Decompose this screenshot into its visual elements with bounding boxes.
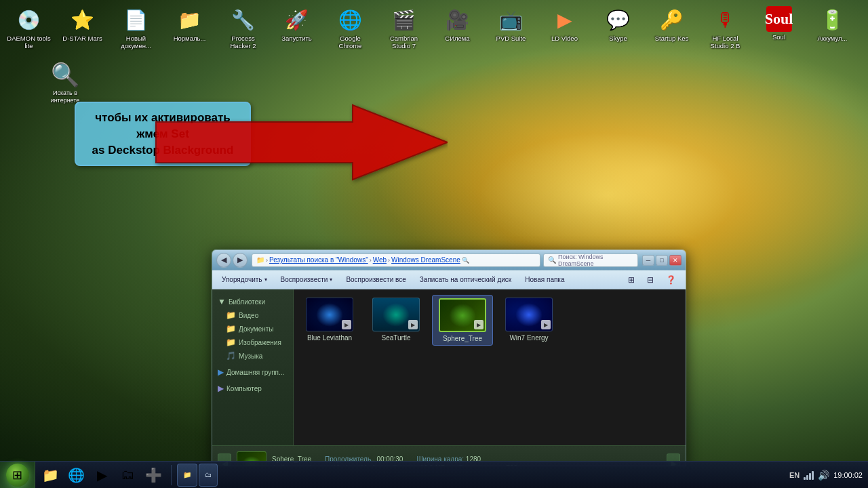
help-button[interactable]: ❓ — [660, 272, 682, 287]
normal-label: Нормаль... — [174, 35, 206, 42]
soul-label: Soul — [772, 33, 785, 41]
hf-label: HF Local Studio 2 B — [703, 35, 748, 50]
file-area: ▶ Blue Leviathan ▶ SeaTurtle ▶ — [294, 289, 686, 445]
nav-item-images[interactable]: 📁 Изображения — [212, 336, 293, 349]
nav-item-libraries[interactable]: ▼ Библиотеки — [212, 295, 293, 308]
address-part-2: Web — [373, 256, 387, 264]
desktop-icon-normal[interactable]: 📁 Нормаль... — [164, 3, 215, 53]
win7-glow — [515, 303, 542, 327]
launch-icon: 🚀 — [283, 6, 311, 33]
forward-button[interactable]: ▶ — [233, 253, 248, 268]
daemon-label: DAEMON tools lite — [6, 35, 52, 50]
window-toolbar: Упорядочить ▾ Воспроизвести ▾ Воспроизве… — [212, 270, 686, 289]
view-mode-button[interactable]: ⊞ — [623, 272, 640, 287]
new-folder-button[interactable]: Новая папка — [519, 272, 570, 287]
taskbar-ie-icon[interactable]: 🌐 — [64, 463, 88, 487]
sea-glow — [382, 303, 410, 327]
startup-label: Startup Kes — [655, 35, 689, 42]
file-item-win7-energy[interactable]: ▶ Win7 Energy — [498, 295, 559, 346]
back-button[interactable]: ◀ — [216, 253, 231, 268]
window-titlebar: ◀ ▶ 📁 › Результаты поиска в "Windows" › … — [212, 250, 686, 270]
file-item-sea-turtle[interactable]: ▶ SeaTurtle — [366, 295, 427, 346]
close-button[interactable]: ✕ — [669, 255, 682, 266]
nav-homegroup-label: Домашняя групп... — [226, 369, 284, 376]
desktop-icon-process-hacker[interactable]: 🔧 Process Hacker 2 — [218, 3, 269, 53]
window-search-box[interactable]: 🔍 Поиск: Windows DreamScene — [543, 253, 638, 267]
preview-pane-button[interactable]: ⊟ — [642, 272, 659, 287]
start-orb: ⊞ — [6, 464, 29, 487]
nav-item-homegroup[interactable]: ▶ Домашняя групп... — [212, 365, 293, 379]
desktop-icon-chrome[interactable]: 🌐 Google Chrome — [325, 3, 376, 53]
organize-button[interactable]: Упорядочить ▾ — [216, 272, 273, 287]
desktop-icon-cilema[interactable]: 🎥 СИлема — [432, 3, 483, 53]
nav-section-homegroup: ▶ Домашняя групп... — [212, 364, 293, 380]
taskbar-systray: EN 🔊 19:00:02 — [784, 470, 868, 481]
taskbar-pinned-icons: 📁 🌐 ▶ 🗂 ➕ — [35, 463, 168, 487]
docs-icon: 📄 — [123, 6, 150, 33]
desktop-icon-battery[interactable]: 🔋 Аккумул... — [807, 3, 858, 53]
nav-images-label: Изображения — [239, 339, 281, 346]
cambria-label: Cambrian Studio 7 — [381, 35, 427, 50]
soul-icon: Soul — [766, 6, 792, 32]
nav-music-label: Музыка — [239, 352, 262, 360]
startup-icon: 🔑 — [658, 6, 686, 33]
desktop-icon-skype[interactable]: 💬 Skype — [593, 3, 644, 53]
taskbar-folder2-icon[interactable]: 🗂 — [115, 463, 140, 487]
address-folder-icon: 📁 — [256, 256, 264, 264]
navigation-panel: ▼ Библиотеки 📁 Видео 📁 Документы 📁 Изобр… — [212, 289, 294, 445]
taskbar-app-explorer[interactable]: 📁 — [177, 464, 197, 487]
hf-icon: 🎙 — [712, 6, 739, 33]
desktop-icon-ldvideo[interactable]: ▶ LD Video — [539, 3, 590, 53]
desktop-icon-launch[interactable]: 🚀 Запустить — [271, 3, 322, 53]
taskbar-explorer-icon[interactable]: 📁 — [38, 463, 62, 487]
desktop-icon-soul[interactable]: Soul Soul — [753, 3, 804, 53]
nav-libraries-label: Библиотеки — [229, 298, 265, 306]
desktop-icon-daemon[interactable]: 💿 DAEMON tools lite — [3, 3, 54, 53]
nav-section-computer: ▶ Компьютер — [212, 380, 293, 396]
taskbar-app-folder[interactable]: 🗂 — [199, 464, 218, 487]
volume-icon[interactable]: 🔊 — [818, 470, 829, 481]
skype-label: Skype — [609, 35, 627, 42]
blue-glow — [316, 303, 343, 327]
desktop-icon-startup[interactable]: 🔑 Startup Kes — [646, 3, 697, 53]
sphere-glow — [449, 304, 476, 327]
search-left-label: Искать в интернете — [41, 89, 90, 104]
file-item-blue-leviathan[interactable]: ▶ Blue Leviathan — [299, 295, 360, 346]
desktop-icon-hf[interactable]: 🎙 HF Local Studio 2 B — [700, 3, 751, 53]
svg-marker-0 — [156, 105, 448, 180]
burn-disc-button[interactable]: Записать на оптический диск — [414, 272, 517, 287]
organize-dropdown-arrow: ▾ — [264, 277, 267, 283]
file-item-sphere-tree[interactable]: ▶ Sphere_Tree — [432, 295, 493, 346]
desktop-icon-pvdsuit[interactable]: 📺 PVD Suite — [486, 3, 536, 53]
desktop-icon-docs[interactable]: 📄 Новый докумен... — [111, 3, 161, 53]
taskbar-clock[interactable]: 19:00:02 — [833, 471, 863, 479]
annotation-container: чтобы их активировать жмем Set as Deckst… — [68, 88, 448, 197]
start-button[interactable]: ⊞ — [0, 462, 35, 489]
nav-item-music[interactable]: 🎵 Музыка — [212, 349, 293, 363]
play-button[interactable]: Воспроизвести ▾ — [275, 272, 338, 287]
maximize-button[interactable]: □ — [656, 255, 668, 266]
nav-item-documents[interactable]: 📁 Документы — [212, 322, 293, 336]
language-indicator[interactable]: EN — [789, 471, 800, 479]
annotation-line1: чтобы их активировать жмем Set — [95, 111, 231, 140]
minimize-button[interactable]: ─ — [642, 255, 654, 266]
taskbar-add-icon[interactable]: ➕ — [141, 463, 165, 487]
desktop-icon-cambria[interactable]: 🎬 Cambrian Studio 7 — [378, 3, 429, 53]
nav-item-video[interactable]: 📁 Видео — [212, 308, 293, 322]
launch-label: Запустить — [281, 35, 312, 42]
nav-item-computer[interactable]: ▶ Компьютер — [212, 382, 293, 395]
taskbar-media-icon[interactable]: ▶ — [90, 463, 114, 487]
nav-video-label: Видео — [239, 312, 258, 319]
taskbar-separator-1 — [171, 465, 172, 485]
cambria-icon: 🎬 — [391, 6, 418, 33]
address-bar[interactable]: 📁 › Результаты поиска в "Windows" › Web … — [252, 253, 540, 267]
play-all-button[interactable]: Воспроизвести все — [340, 272, 411, 287]
search-text: Поиск: Windows DreamScene — [558, 253, 633, 267]
dsbar-icon: ⭐ — [69, 6, 96, 33]
search-left-icon[interactable]: 🔍 Искать в интернете — [41, 61, 90, 104]
clock-time: 19:00:02 — [833, 471, 863, 479]
desktop-icon-dsbar[interactable]: ⭐ D-STAR Mars — [57, 3, 108, 53]
search-icon-small: 🔍 — [548, 256, 556, 264]
nav-documents-label: Документы — [239, 325, 274, 333]
cilema-label: СИлема — [445, 35, 469, 42]
